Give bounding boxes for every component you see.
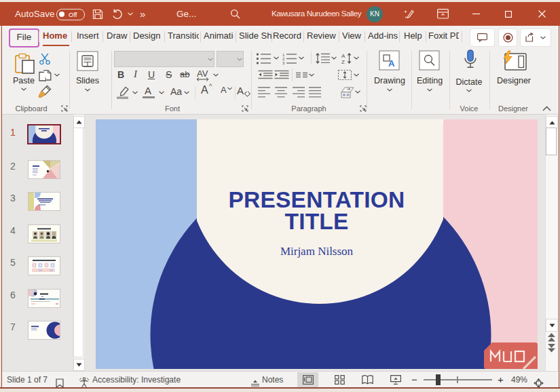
svg-text:1: 1 bbox=[282, 53, 285, 57]
svg-text:Z: Z bbox=[341, 59, 345, 64]
svg-text:A: A bbox=[341, 53, 346, 59]
svg-text:A: A bbox=[388, 58, 395, 68]
svg-text:3: 3 bbox=[282, 61, 285, 64]
